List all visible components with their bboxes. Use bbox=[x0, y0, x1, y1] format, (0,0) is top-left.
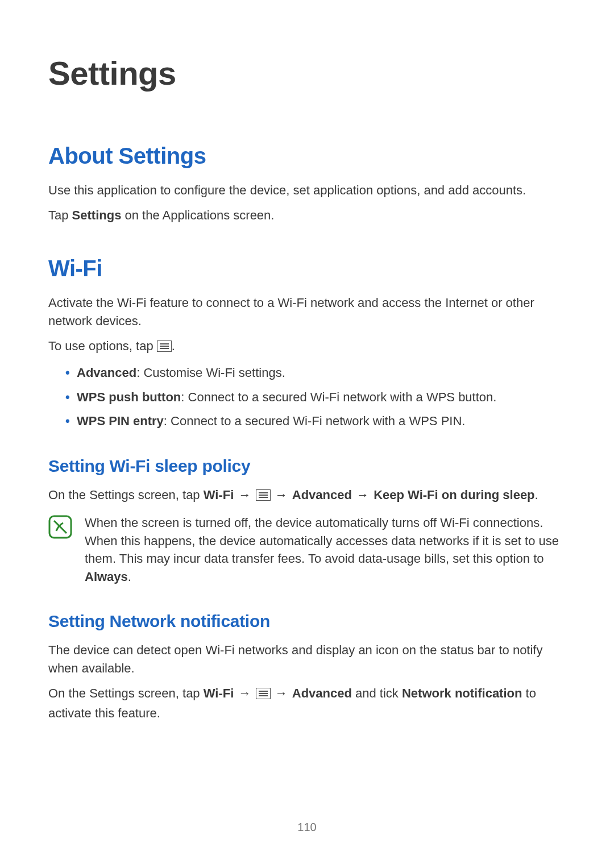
heading-about: About Settings bbox=[48, 143, 566, 169]
section-about: About Settings Use this application to c… bbox=[48, 143, 566, 225]
heading-sleep-policy: Setting Wi-Fi sleep policy bbox=[48, 456, 566, 476]
about-body-1: Use this application to configure the de… bbox=[48, 181, 566, 200]
bullet-desc: : Customise Wi-Fi settings. bbox=[136, 366, 285, 380]
section-wifi: Wi-Fi Activate the Wi-Fi feature to conn… bbox=[48, 256, 566, 722]
heading-network-notification: Setting Network notification bbox=[48, 612, 566, 631]
about-body-2-suffix: on the Applications screen. bbox=[121, 208, 274, 222]
sleep-keep-bold: Keep Wi-Fi on during sleep bbox=[374, 488, 534, 502]
heading-wifi: Wi-Fi bbox=[48, 256, 566, 281]
sleep-policy-line: On the Settings screen, tap Wi-Fi → → Ad… bbox=[48, 486, 566, 506]
note-end: . bbox=[128, 570, 131, 584]
about-settings-bold: Settings bbox=[72, 208, 122, 222]
arrow-icon: → bbox=[237, 684, 252, 703]
page-title: Settings bbox=[48, 54, 566, 92]
bullet-desc: : Connect to a secured Wi-Fi network wit… bbox=[164, 414, 466, 428]
bullet-label: Advanced bbox=[77, 366, 136, 380]
page-number: 110 bbox=[0, 821, 614, 834]
menu-icon bbox=[256, 686, 271, 704]
about-body-2-prefix: Tap bbox=[48, 208, 72, 222]
subsection-sleep-policy: Setting Wi-Fi sleep policy On the Settin… bbox=[48, 456, 566, 586]
sleep-wifi-bold: Wi-Fi bbox=[204, 488, 234, 502]
menu-icon bbox=[157, 339, 172, 357]
network-body-1: The device can detect open Wi-Fi network… bbox=[48, 641, 566, 678]
wifi-options-suffix: . bbox=[172, 339, 175, 353]
sleep-suffix: . bbox=[535, 488, 538, 502]
arrow-icon: → bbox=[355, 486, 370, 504]
arrow-icon: → bbox=[274, 486, 289, 504]
bullet-desc: : Connect to a secured Wi-Fi network wit… bbox=[181, 390, 496, 404]
menu-icon bbox=[256, 488, 271, 506]
note-body: When the screen is turned off, the devic… bbox=[85, 516, 559, 566]
sleep-advanced-bold: Advanced bbox=[292, 488, 352, 502]
network-prefix: On the Settings screen, tap bbox=[48, 686, 204, 700]
about-body-2: Tap Settings on the Applications screen. bbox=[48, 206, 566, 225]
svg-line-9 bbox=[54, 521, 67, 533]
note-block: When the screen is turned off, the devic… bbox=[48, 514, 566, 587]
network-line: On the Settings screen, tap Wi-Fi → → Ad… bbox=[48, 684, 566, 722]
sleep-prefix: On the Settings screen, tap bbox=[48, 488, 204, 502]
network-mid: and tick bbox=[352, 686, 402, 700]
wifi-body-1: Activate the Wi-Fi feature to connect to… bbox=[48, 294, 566, 330]
network-notif-bold: Network notification bbox=[402, 686, 522, 700]
bullet-label: WPS PIN entry bbox=[77, 414, 164, 428]
bullet-label: WPS push button bbox=[77, 390, 181, 404]
note-always-bold: Always bbox=[85, 570, 128, 584]
list-item: Advanced: Customise Wi-Fi settings. bbox=[65, 363, 566, 383]
arrow-icon: → bbox=[237, 486, 252, 504]
subsection-network-notification: Setting Network notification The device … bbox=[48, 612, 566, 722]
network-advanced-bold: Advanced bbox=[292, 686, 352, 700]
note-icon bbox=[48, 515, 72, 541]
network-wifi-bold: Wi-Fi bbox=[204, 686, 234, 700]
list-item: WPS push button: Connect to a secured Wi… bbox=[65, 388, 566, 407]
note-text: When the screen is turned off, the devic… bbox=[85, 514, 566, 587]
wifi-options-prefix: To use options, tap bbox=[48, 339, 157, 353]
wifi-options-line: To use options, tap . bbox=[48, 337, 566, 357]
arrow-icon: → bbox=[274, 684, 289, 703]
list-item: WPS PIN entry: Connect to a secured Wi-F… bbox=[65, 412, 566, 431]
wifi-bullet-list: Advanced: Customise Wi-Fi settings. WPS … bbox=[48, 363, 566, 430]
